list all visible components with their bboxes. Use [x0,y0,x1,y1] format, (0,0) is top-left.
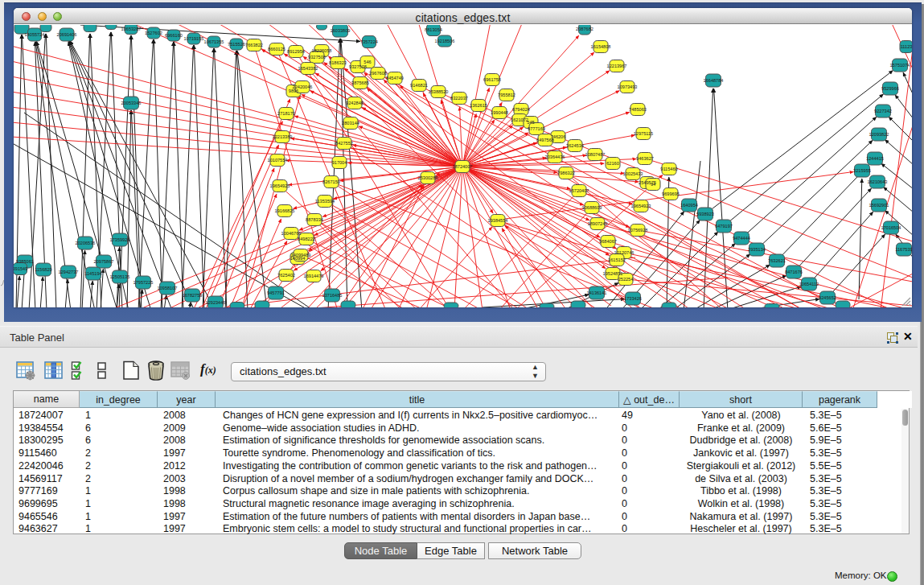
svg-text:16543382: 16543382 [298,66,318,71]
svg-text:94: 94 [651,182,655,187]
svg-text:3624534: 3624534 [566,143,584,148]
svg-text:7632621: 7632621 [768,258,786,263]
svg-text:10688609: 10688609 [582,205,602,210]
svg-text:2718170: 2718170 [277,111,295,116]
svg-text:10653287: 10653287 [121,27,142,31]
svg-text:20975867: 20975867 [94,259,114,264]
svg-text:1640954: 1640954 [680,203,698,208]
svg-text:1527602: 1527602 [145,31,162,35]
svg-text:10973493: 10973493 [618,84,638,89]
svg-text:8912954: 8912954 [287,49,305,54]
svg-text:10120746: 10120746 [614,250,634,255]
svg-text:20206536: 20206536 [76,241,96,245]
svg-text:545: 545 [527,120,534,125]
svg-text:9529966: 9529966 [881,86,899,91]
svg-text:7485063: 7485063 [629,107,647,112]
svg-text:16782759: 16782759 [183,293,203,298]
svg-text:252254: 252254 [618,277,634,282]
svg-text:20691406: 20691406 [57,32,77,37]
svg-text:546: 546 [363,60,371,64]
svg-text:8267150: 8267150 [322,179,340,184]
svg-text:9227342: 9227342 [874,109,892,113]
svg-text:15692901: 15692901 [869,203,889,208]
svg-text:10654112: 10654112 [799,282,819,286]
svg-text:18226058: 18226058 [312,48,332,53]
svg-text:17957225: 17957225 [133,280,154,285]
svg-text:9699695: 9699695 [662,192,680,196]
svg-text:1156829: 1156829 [35,267,51,272]
svg-text:8471676: 8471676 [785,270,803,274]
svg-text:6497568: 6497568 [536,138,554,142]
svg-text:9327508: 9327508 [349,64,367,69]
svg-text:1362615: 1362615 [470,103,487,108]
svg-text:20053346: 20053346 [121,101,142,105]
svg-text:9245652: 9245652 [819,295,836,300]
svg-text:16210643: 16210643 [868,179,888,184]
svg-text:10671355: 10671355 [204,39,224,44]
svg-text:9385061: 9385061 [16,259,34,264]
svg-text:19166825: 19166825 [275,208,295,213]
svg-text:2935134: 2935134 [748,247,766,252]
svg-text:7357224: 7357224 [360,39,378,44]
svg-text:6961758: 6961758 [483,77,501,82]
svg-text:25300285: 25300285 [418,175,438,180]
svg-text:10958107: 10958107 [158,286,178,290]
svg-text:9474444: 9474444 [733,236,750,241]
svg-text:19524851: 19524851 [603,271,623,276]
svg-text:8186323: 8186323 [329,60,347,65]
svg-text:1244415: 1244415 [866,156,884,161]
svg-text:9115460: 9115460 [660,167,677,171]
svg-text:12975115: 12975115 [634,131,653,136]
svg-text:15388520: 15388520 [429,89,449,94]
svg-text:10107554: 10107554 [268,158,288,163]
svg-text:7515526: 7515526 [228,42,245,47]
svg-text:14136141: 14136141 [587,290,607,295]
svg-text:10756928: 10756928 [628,228,648,233]
svg-text:6966160: 6966160 [165,33,183,38]
svg-text:18907249: 18907249 [588,221,608,226]
svg-text:8878334: 8878334 [306,217,323,222]
svg-text:9463627: 9463627 [636,156,654,161]
svg-text:5938923: 5938923 [696,212,714,216]
svg-text:8813054: 8813054 [425,27,442,32]
svg-text:917004: 917004 [332,160,347,165]
svg-text:12213389: 12213389 [273,134,293,139]
svg-text:15751074: 15751074 [890,63,910,68]
svg-text:12923446: 12923446 [206,300,226,305]
svg-text:10719155: 10719155 [184,36,204,41]
svg-text:11353594: 11353594 [315,199,335,204]
svg-text:19654925: 19654925 [270,183,290,188]
svg-text:22420046: 22420046 [293,84,313,89]
svg-text:1145194: 1145194 [84,271,101,276]
svg-text:12505135: 12505135 [110,274,130,279]
svg-text:1990448: 1990448 [491,110,508,115]
svg-text:10046766: 10046766 [281,231,302,236]
svg-text:10807487: 10807487 [585,152,606,157]
svg-text:18724007: 18724007 [453,164,473,169]
svg-text:9457791: 9457791 [267,290,285,295]
svg-text:391549: 391549 [14,266,27,271]
svg-text:7955812: 7955812 [498,93,515,97]
svg-text:9777169: 9777169 [528,126,545,131]
svg-text:7625402: 7625402 [277,273,295,278]
svg-text:16648784: 16648784 [704,78,724,83]
svg-text:11123: 11123 [901,44,912,49]
svg-text:8322037: 8322037 [450,96,468,101]
svg-text:1615152: 1615152 [608,257,626,262]
svg-text:12213967: 12213967 [607,64,627,68]
svg-text:16154808: 16154808 [591,44,611,49]
svg-text:3215955: 3215955 [853,168,871,173]
svg-text:9327500: 9327500 [308,55,326,60]
svg-text:16914479: 16914479 [304,274,324,278]
svg-text:10025433: 10025433 [623,171,643,176]
svg-text:19654923: 19654923 [631,204,651,208]
svg-text:8454749: 8454749 [386,76,404,80]
svg-text:7986322: 7986322 [557,171,575,175]
svg-text:13716485: 13716485 [322,293,343,298]
svg-text:17016504: 17016504 [881,225,901,230]
svg-text:2967608: 2967608 [369,71,387,76]
svg-text:5498222: 5498222 [298,237,315,241]
svg-text:20364436: 20364436 [545,154,565,159]
svg-text:16033809: 16033809 [331,28,351,33]
svg-text:9146821: 9146821 [410,83,428,88]
